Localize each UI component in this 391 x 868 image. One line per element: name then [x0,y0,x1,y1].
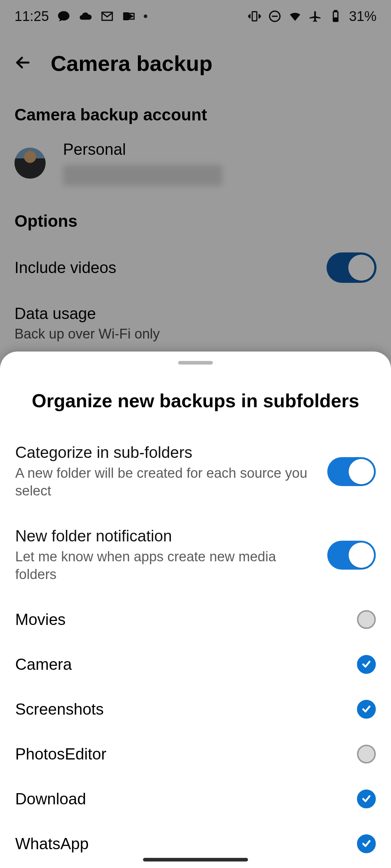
account-label: Personal [63,140,222,158]
mail-icon [100,9,114,23]
folder-name: PhotosEditor [15,745,106,763]
dnd-icon [268,9,282,23]
notify-sub: Let me know when apps create new media f… [15,548,313,583]
data-usage-row[interactable]: Data usage Back up over Wi-Fi only [0,294,391,353]
folder-name: Screenshots [15,700,104,718]
folder-name: WhatsApp [15,835,89,853]
categorize-title: Categorize in sub-folders [15,443,313,461]
folder-row-photoseditor[interactable]: PhotosEditor [0,732,391,776]
data-usage-title: Data usage [14,305,96,323]
folder-check-off[interactable] [357,745,376,763]
folder-row-screenshots[interactable]: Screenshots [0,687,391,732]
folder-name: Camera [15,655,72,673]
page-title: Camera backup [51,51,213,76]
cloud-icon [79,9,92,23]
folder-check-on[interactable] [357,790,376,808]
data-usage-sub: Back up over Wi-Fi only [14,326,160,342]
battery-icon [329,9,342,23]
folder-check-off[interactable] [357,610,376,629]
sheet-title: Organize new backups in subfolders [0,365,391,430]
svg-rect-5 [334,18,337,21]
svg-rect-1 [252,12,257,21]
back-icon[interactable] [13,53,33,74]
avatar [14,148,46,179]
include-videos-label: Include videos [14,259,116,277]
folder-check-on[interactable] [357,834,376,853]
folder-row-download[interactable]: Download [0,776,391,821]
svg-rect-4 [335,10,337,12]
outlook-icon [122,9,136,23]
folder-check-on[interactable] [357,655,376,674]
notify-row[interactable]: New folder notification Let me know when… [0,513,391,597]
options-section-title: Options [0,200,391,242]
account-row[interactable]: Personal [0,135,391,200]
account-section-title: Camera backup account [0,94,391,135]
wifi-icon [288,9,302,23]
folder-row-movies[interactable]: Movies [0,597,391,642]
folder-check-on[interactable] [357,700,376,719]
airplane-icon [308,9,322,23]
account-email-redacted [63,165,222,186]
svg-rect-0 [123,12,129,20]
battery-text: 31% [349,9,377,24]
nav-indicator[interactable] [143,858,248,861]
status-bar: 11:25 [0,0,391,33]
organize-subfolders-sheet: Organize new backups in subfolders Categ… [0,352,391,868]
notify-toggle[interactable] [327,541,376,570]
include-videos-toggle[interactable] [327,252,377,283]
vibrate-icon [248,9,261,23]
folder-name: Movies [15,610,66,629]
categorize-sub: A new folder will be created for each so… [15,464,313,499]
include-videos-row[interactable]: Include videos [0,242,391,294]
app-bar: Camera backup [0,33,391,94]
folder-name: Download [15,790,86,808]
notify-title: New folder notification [15,527,313,545]
status-time: 11:25 [14,9,49,24]
folder-row-camera[interactable]: Camera [0,642,391,687]
categorize-toggle[interactable] [327,457,376,486]
sheet-grabber[interactable] [178,361,213,365]
chat-icon [57,9,71,23]
notification-dot-icon [144,14,147,18]
categorize-row[interactable]: Categorize in sub-folders A new folder w… [0,430,391,513]
